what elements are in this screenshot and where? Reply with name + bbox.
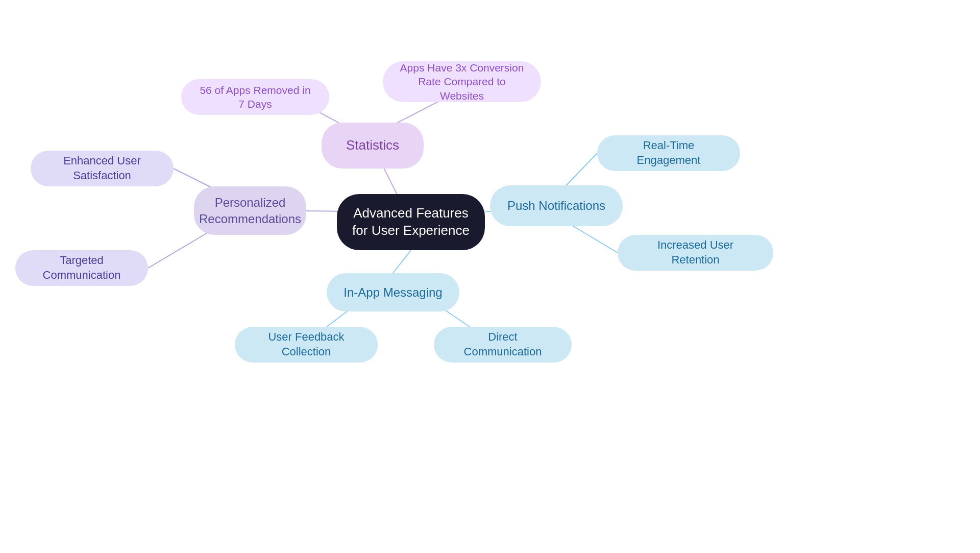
conversion-rate-label: Apps Have 3x Conversion Rate Compared to… (397, 61, 527, 103)
enhanced-label: Enhanced User Satisfaction (45, 154, 159, 183)
realtime-label: Real-Time Engagement (611, 138, 726, 167)
targeted-node: Targeted Communication (15, 250, 148, 286)
targeted-label: Targeted Communication (30, 253, 134, 282)
retention-label: Increased User Retention (632, 238, 759, 267)
svg-line-9 (393, 250, 411, 273)
statistics-label: Statistics (346, 137, 399, 154)
push-notifications-node: Push Notifications (490, 185, 623, 226)
apps-removed-label: 56 of Apps Removed in 7 Days (195, 83, 315, 111)
push-label: Push Notifications (507, 198, 605, 213)
retention-node: Increased User Retention (618, 235, 773, 271)
conversion-rate-node: Apps Have 3x Conversion Rate Compared to… (383, 61, 541, 102)
realtime-node: Real-Time Engagement (597, 135, 740, 171)
inapp-label: In-App Messaging (344, 284, 442, 300)
direct-label: Direct Communication (448, 330, 557, 359)
mind-map: Advanced Features for User Experience St… (0, 0, 980, 553)
feedback-node: User Feedback Collection (235, 327, 378, 363)
center-node: Advanced Features for User Experience (337, 194, 485, 250)
enhanced-node: Enhanced User Satisfaction (31, 151, 174, 186)
apps-removed-node: 56 of Apps Removed in 7 Days (181, 79, 329, 115)
statistics-node: Statistics (322, 123, 424, 169)
center-label: Advanced Features for User Experience (351, 205, 471, 239)
personalized-node: Personalized Recommendations (194, 186, 306, 235)
inapp-messaging-node: In-App Messaging (327, 273, 459, 311)
personalized-label: Personalized Recommendations (199, 195, 301, 226)
direct-communication-node: Direct Communication (434, 327, 572, 363)
feedback-label: User Feedback Collection (249, 330, 363, 359)
